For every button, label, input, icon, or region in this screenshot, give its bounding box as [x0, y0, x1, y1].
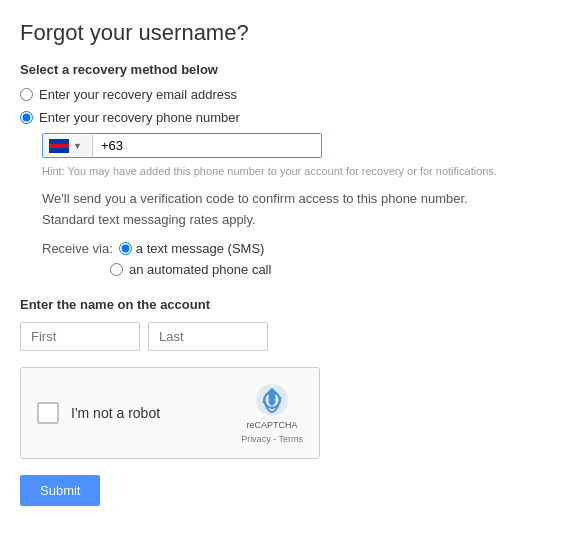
recaptcha-logo-icon	[254, 382, 290, 418]
name-section-label: Enter the name on the account	[20, 297, 559, 312]
name-section: Enter the name on the account	[20, 297, 559, 351]
captcha-right: reCAPTCHA Privacy - Terms	[241, 382, 303, 444]
country-selector[interactable]: ▼	[43, 135, 93, 157]
recaptcha-brand-text: reCAPTCHA	[247, 420, 298, 432]
phone-input-row: ▼ +63	[42, 133, 322, 158]
receive-call-row[interactable]: an automated phone call	[110, 262, 559, 277]
receive-call-label: an automated phone call	[129, 262, 271, 277]
recaptcha-links: Privacy - Terms	[241, 434, 303, 444]
captcha-checkbox[interactable]	[37, 402, 59, 424]
captcha-label: I'm not a robot	[71, 405, 160, 421]
captcha-box: I'm not a robot reCAPTCHA Privacy - Term…	[20, 367, 320, 459]
recovery-email-label: Enter your recovery email address	[39, 87, 237, 102]
recovery-phone-radio[interactable]	[20, 111, 33, 124]
recaptcha-privacy-link[interactable]: Privacy	[241, 434, 271, 444]
first-name-input[interactable]	[20, 322, 140, 351]
page-title: Forgot your username?	[20, 20, 559, 46]
verification-info: We'll send you a verification code to co…	[42, 189, 502, 231]
recovery-section-label: Select a recovery method below	[20, 62, 559, 77]
receive-sms-label: a text message (SMS)	[136, 241, 265, 256]
last-name-input[interactable]	[148, 322, 268, 351]
dropdown-arrow-icon: ▼	[73, 141, 82, 151]
recaptcha-terms-link[interactable]: Terms	[279, 434, 304, 444]
receive-via-label: Receive via:	[42, 241, 113, 256]
receive-call-radio[interactable]	[110, 263, 123, 276]
recovery-email-option[interactable]: Enter your recovery email address	[20, 87, 559, 102]
submit-button[interactable]: Submit	[20, 475, 100, 506]
phone-hint: Hint: You may have added this phone numb…	[42, 164, 522, 179]
captcha-left: I'm not a robot	[37, 402, 160, 424]
receive-sms-option[interactable]: a text message (SMS)	[119, 241, 265, 256]
receive-via-row: Receive via: a text message (SMS)	[42, 241, 559, 256]
recovery-email-radio[interactable]	[20, 88, 33, 101]
recovery-phone-option[interactable]: Enter your recovery phone number	[20, 110, 559, 125]
philippines-flag-icon	[49, 139, 69, 153]
recovery-phone-label: Enter your recovery phone number	[39, 110, 240, 125]
recovery-section: Select a recovery method below Enter you…	[20, 62, 559, 277]
receive-sms-radio[interactable]	[119, 242, 132, 255]
phone-number-input[interactable]: +63	[93, 134, 321, 157]
name-inputs	[20, 322, 559, 351]
